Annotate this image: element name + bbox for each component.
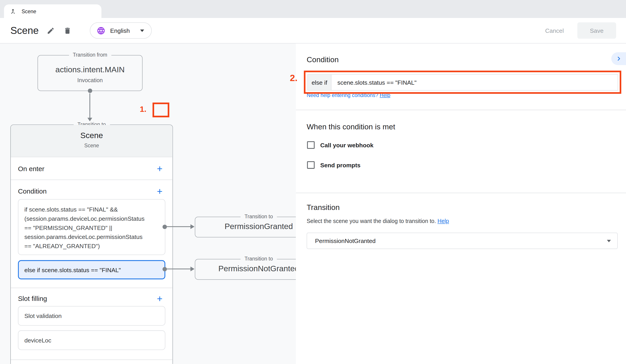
condition-label: Condition xyxy=(18,187,47,196)
caret-down-icon xyxy=(607,240,611,242)
slot-validation-item[interactable]: Slot validation xyxy=(18,306,165,326)
scene-flow-canvas: Transition from actions.intent.MAIN Invo… xyxy=(0,43,296,364)
condition-if-item[interactable]: if scene.slots.status == "FINAL" && (ses… xyxy=(18,199,165,255)
transition-from-legend: Transition from xyxy=(69,52,111,58)
condition-help-line: Need help entering conditions? Help xyxy=(307,92,391,98)
condition-editor-panel: Condition else if scene.slots.status == … xyxy=(296,43,626,364)
chevron-right-icon xyxy=(615,55,622,62)
transition-description: Select the scene you want the dialog to … xyxy=(307,218,449,224)
condition-if-line: == "ALREADY_GRANTED") xyxy=(24,241,159,251)
scene-card-title: Scene xyxy=(11,131,173,140)
target-scene-permission-not-granted[interactable]: Transition to PermissionNotGranted xyxy=(195,259,296,280)
intent-type: Invocation xyxy=(38,77,142,83)
tab-bar: Scene xyxy=(0,0,626,18)
when-condition-met-heading: When this condition is met xyxy=(307,123,395,131)
transition-heading: Transition xyxy=(307,203,340,212)
arrow-down-icon xyxy=(87,118,92,121)
transition-scene-value: PermissionNotGranted xyxy=(315,237,607,244)
collapse-panel-button[interactable] xyxy=(611,52,626,65)
merge-icon xyxy=(10,8,16,15)
content: Transition from actions.intent.MAIN Invo… xyxy=(0,43,626,364)
header: Scene English Cancel Save xyxy=(0,18,626,43)
caret-down-icon xyxy=(140,29,144,32)
condition-if-line: == "PERMISSION_GRANTED" || xyxy=(24,223,159,232)
call-webhook-checkbox[interactable] xyxy=(307,141,315,149)
condition-else-if-item-selected[interactable]: else if scene.slots.status == "FINAL" xyxy=(18,260,165,279)
delete-scene-button[interactable] xyxy=(62,25,73,36)
annotation-step-1: 1. xyxy=(140,105,147,114)
transition-scene-dropdown[interactable]: PermissionNotGranted xyxy=(307,233,618,249)
scene-card-subtitle: Scene xyxy=(11,142,173,148)
transition-to-legend: Transition to xyxy=(241,214,277,219)
condition-if-line: (session.params.deviceLoc.permissionStat… xyxy=(24,214,159,223)
cancel-button[interactable]: Cancel xyxy=(545,27,564,34)
call-webhook-label: Call your webhook xyxy=(320,141,373,149)
arrow-right-icon xyxy=(191,266,195,271)
target-scene-name: PermissionGranted xyxy=(195,222,296,231)
page-title: Scene xyxy=(10,25,39,36)
edit-scene-button[interactable] xyxy=(45,25,56,36)
target-scene-name: PermissionNotGranted xyxy=(195,264,296,273)
divider xyxy=(296,110,626,110)
tab-label: Scene xyxy=(22,8,37,14)
condition-expression-input[interactable]: scene.slots.status == "FINAL" xyxy=(331,74,618,90)
slot-filling-label: Slot filling xyxy=(18,295,47,303)
pencil-icon xyxy=(47,27,55,35)
condition-heading: Condition xyxy=(307,55,339,64)
connector-dot xyxy=(88,88,92,93)
save-button[interactable]: Save xyxy=(578,22,616,39)
add-slot-button[interactable]: + xyxy=(157,294,162,304)
slot-deviceloc-item[interactable]: deviceLoc xyxy=(18,330,165,350)
divider xyxy=(11,288,173,288)
send-prompts-label: Send prompts xyxy=(320,161,360,169)
condition-if-line: if scene.slots.status == "FINAL" && xyxy=(24,205,159,214)
target-scene-permission-granted[interactable]: Transition to PermissionGranted xyxy=(195,217,296,237)
condition-help-text: Need help entering conditions? xyxy=(307,92,378,98)
scene-card: Transition to Scene Scene On enter + Con… xyxy=(10,124,173,364)
annotation-box-1 xyxy=(153,103,169,117)
condition-if-line: session.params.deviceLoc.permissionStatu… xyxy=(24,232,159,241)
connector-line xyxy=(165,269,191,269)
condition-editor-row: else if scene.slots.status == "FINAL" xyxy=(307,74,618,91)
on-enter-label: On enter xyxy=(18,165,44,173)
transition-to-legend: Transition to xyxy=(241,256,277,262)
globe-icon xyxy=(97,26,105,35)
transition-description-text: Select the scene you want the dialog to … xyxy=(307,218,436,224)
annotation-step-2: 2. xyxy=(290,73,298,83)
arrow-right-icon xyxy=(191,224,195,229)
add-on-enter-button[interactable]: + xyxy=(157,164,162,174)
intent-name: actions.intent.MAIN xyxy=(38,65,142,74)
language-value: English xyxy=(110,27,130,34)
connector-line xyxy=(165,226,191,227)
app-window: Scene Scene English Cancel Save xyxy=(0,0,626,364)
divider xyxy=(11,360,173,360)
connector-line xyxy=(89,93,90,118)
transition-help-link[interactable]: Help xyxy=(437,218,449,224)
divider xyxy=(296,193,626,193)
language-selector[interactable]: English xyxy=(90,22,152,39)
transition-from-box[interactable]: Transition from actions.intent.MAIN Invo… xyxy=(38,55,142,91)
trash-icon xyxy=(63,27,72,35)
send-prompts-checkbox[interactable] xyxy=(307,161,315,169)
tab-scene[interactable]: Scene xyxy=(4,4,102,18)
add-condition-button[interactable]: + xyxy=(157,187,162,196)
condition-help-link[interactable]: Help xyxy=(380,92,391,98)
else-if-chip: else if xyxy=(308,74,331,90)
divider xyxy=(11,180,173,180)
scene-card-header[interactable]: Scene Scene xyxy=(11,125,173,157)
